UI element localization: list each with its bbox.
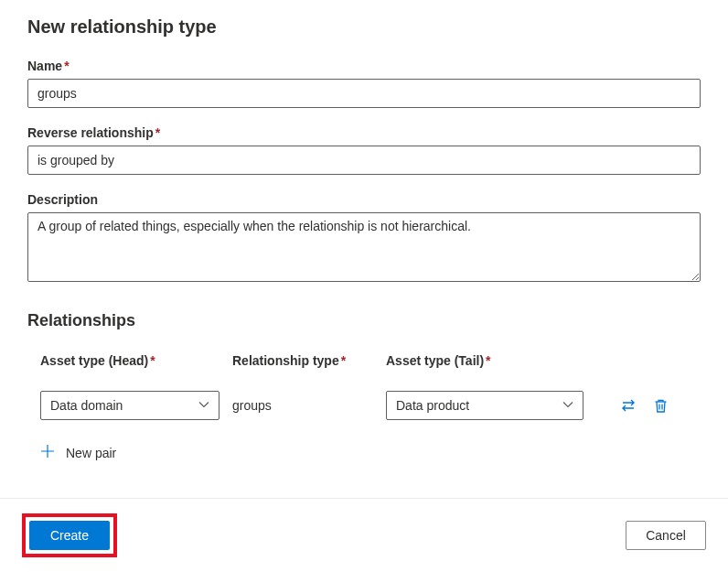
new-pair-label: New pair	[66, 446, 116, 460]
plus-icon	[40, 444, 55, 462]
head-select[interactable]: Data domain	[40, 391, 219, 420]
relationship-row: Data domain groups Data product	[27, 391, 701, 420]
description-textarea[interactable]: A group of related things, especially wh…	[27, 212, 701, 282]
tail-column-label-text: Asset type (Tail)	[386, 353, 484, 368]
head-column-label: Asset type (Head)*	[40, 353, 155, 368]
name-input[interactable]	[27, 79, 701, 108]
reverse-label: Reverse relationship*	[27, 125, 160, 140]
tail-column-label: Asset type (Tail)*	[386, 353, 491, 368]
chevron-down-icon	[198, 397, 209, 414]
name-label: Name*	[27, 59, 70, 73]
required-marker: *	[150, 353, 155, 368]
delete-icon[interactable]	[653, 398, 669, 414]
reverse-input[interactable]	[27, 146, 701, 175]
reverse-field: Reverse relationship*	[27, 124, 701, 175]
page-title: New relationship type	[27, 16, 701, 38]
cancel-button[interactable]: Cancel	[626, 521, 706, 550]
tail-select-value: Data product	[396, 398, 562, 413]
create-button-highlight: Create	[22, 513, 117, 557]
required-marker: *	[486, 353, 490, 368]
description-field: Description A group of related things, e…	[27, 191, 701, 286]
add-new-pair-button[interactable]: New pair	[40, 444, 701, 462]
required-marker: *	[155, 125, 160, 140]
tail-select[interactable]: Data product	[386, 391, 583, 420]
head-select-value: Data domain	[50, 398, 198, 413]
type-column-label: Relationship type*	[232, 353, 346, 368]
required-marker: *	[64, 59, 69, 73]
required-marker: *	[341, 353, 346, 368]
relationships-title: Relationships	[27, 311, 701, 330]
relationship-type-value: groups	[232, 398, 272, 413]
create-button[interactable]: Create	[29, 521, 110, 550]
head-column-label-text: Asset type (Head)	[40, 353, 148, 368]
swap-icon[interactable]	[620, 397, 637, 414]
relationships-header-row: Asset type (Head)* Relationship type* As…	[27, 352, 701, 369]
chevron-down-icon	[562, 397, 573, 414]
description-label: Description	[27, 192, 98, 207]
type-column-label-text: Relationship type	[232, 353, 339, 368]
reverse-label-text: Reverse relationship	[27, 125, 154, 140]
name-label-text: Name	[27, 59, 62, 73]
footer: Create Cancel	[0, 498, 728, 572]
name-field: Name*	[27, 58, 701, 108]
